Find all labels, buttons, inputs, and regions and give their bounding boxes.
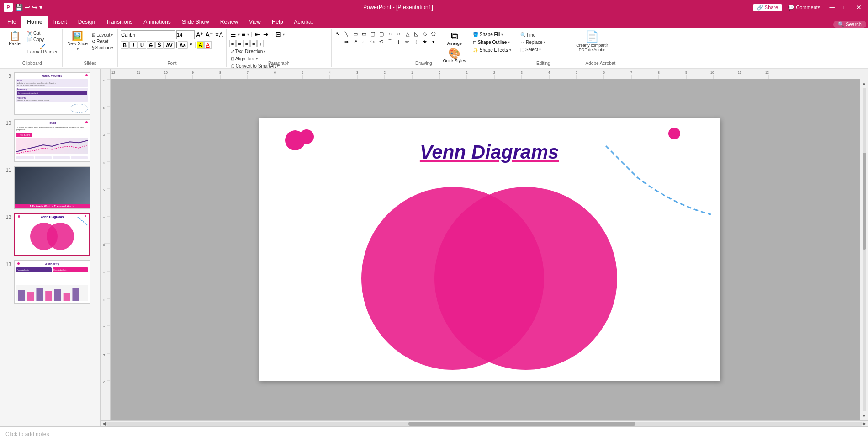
shape-freeform[interactable]: ✏	[404, 38, 411, 45]
replace-button[interactable]: ↔ Replace ▾	[519, 39, 547, 45]
shape-arrow1[interactable]: →	[334, 38, 342, 45]
shape-effects-btn[interactable]: ✨ Shape Effects ▾	[471, 47, 513, 53]
shape-cursor[interactable]: ↖	[334, 30, 342, 37]
shape-more[interactable]: ▾	[430, 38, 437, 45]
slide-thumb-13[interactable]: 13 Authority Page Authority Domain Autho…	[2, 259, 98, 304]
shape-outline-btn[interactable]: ◻ Shape Outline ▾	[471, 39, 513, 46]
tab-insert[interactable]: Insert	[48, 16, 73, 28]
shape-pentagon[interactable]: ⬠	[430, 30, 437, 37]
justify-btn[interactable]: ≡	[250, 40, 257, 47]
font-size-increase-aa[interactable]: Aa	[178, 41, 188, 49]
line-spacing-btn[interactable]: ↕	[257, 40, 264, 47]
font-name-input[interactable]	[121, 30, 175, 39]
shape-triangle[interactable]: △	[404, 30, 411, 37]
bold-btn[interactable]: B	[121, 41, 129, 49]
arrange-button[interactable]: ⧉ Arrange	[442, 30, 467, 47]
shape-round-rect[interactable]: ▢	[369, 30, 376, 37]
close-btn[interactable]: ✕	[853, 4, 864, 11]
slide-thumb-11[interactable]: 11 A Picture is Worth a Thousand Words	[2, 165, 98, 210]
shape-process[interactable]: ↔	[360, 38, 368, 45]
tab-transitions[interactable]: Transitions	[101, 16, 138, 28]
select-button[interactable]: ⬚ Select ▾	[519, 47, 547, 53]
copy-button[interactable]: 📄Copy	[26, 37, 59, 43]
bullets-dd-btn[interactable]: ▾	[238, 32, 240, 37]
increase-indent-btn[interactable]: ⇥	[262, 30, 270, 38]
text-highlight-btn[interactable]: A	[197, 41, 204, 49]
scroll-right-btn[interactable]: ▶	[863, 421, 866, 426]
shape-rect[interactable]: ▭	[352, 30, 359, 37]
col-btn[interactable]: ⊟	[275, 30, 282, 38]
char-spacing-btn[interactable]: AV	[164, 41, 174, 49]
shape-round-rect2[interactable]: ▢	[378, 30, 385, 37]
tab-view[interactable]: View	[243, 16, 266, 28]
font-shrink-btn[interactable]: A⁻	[205, 31, 213, 39]
tab-help[interactable]: Help	[266, 16, 289, 28]
shape-fill-btn[interactable]: 🪣 Shape Fill ▾	[471, 31, 513, 38]
font-color-btn[interactable]: A	[204, 41, 211, 49]
tab-acrobat[interactable]: Acrobat	[289, 16, 318, 28]
paste-button[interactable]: 📋 Paste	[5, 30, 25, 47]
shape-uturn[interactable]: ⟲	[378, 38, 385, 45]
underline-btn[interactable]: U	[138, 41, 146, 49]
strikethrough-btn[interactable]: S	[147, 41, 155, 49]
shape-line[interactable]: ╲	[343, 30, 350, 37]
tab-home[interactable]: Home	[21, 16, 48, 28]
font-size-dd-btn[interactable]: ▾	[188, 41, 194, 49]
shape-bend-arrow[interactable]: ↪	[369, 38, 376, 45]
notes-placeholder[interactable]: Click to add notes	[5, 431, 49, 437]
slide-thumb-10[interactable]: 10 Trust To modify this graph, either a)…	[2, 118, 98, 163]
scroll-bottom-btn[interactable]: ▼	[862, 413, 867, 418]
shape-arc[interactable]: ⌒	[386, 38, 394, 45]
layout-button[interactable]: ⊞Layout▾	[90, 32, 115, 38]
text-direction-btn[interactable]: ⤢ Text Direction ▾	[229, 48, 267, 54]
numbering-btn[interactable]: ≡	[241, 30, 246, 38]
qat-undo[interactable]: ↩	[24, 3, 31, 11]
create-pdf-button[interactable]: 📄 Crear y compartir PDF de Adobe	[574, 30, 610, 53]
shape-rect2[interactable]: ▭	[360, 30, 368, 37]
font-grow-btn[interactable]: A⁺	[196, 31, 204, 39]
bullets-btn[interactable]: ☰	[229, 30, 237, 38]
qat-save[interactable]: 💾	[15, 3, 23, 11]
tab-design[interactable]: Design	[73, 16, 101, 28]
clear-format-btn[interactable]: ✕A	[214, 31, 223, 38]
slide-title[interactable]: Venn Diagrams	[420, 141, 559, 163]
cut-button[interactable]: ✂️Cut	[26, 30, 59, 36]
shape-oval[interactable]: ○	[386, 30, 394, 37]
find-button[interactable]: 🔍 Find	[519, 32, 547, 38]
format-painter-button[interactable]: 🖌️Format Painter	[26, 43, 59, 55]
slide-thumb-9[interactable]: 9 Rank Factors Trust Velocity is the exp…	[2, 71, 98, 116]
shape-oval2[interactable]: ○	[395, 30, 402, 37]
reset-button[interactable]: ↺Reset	[90, 38, 115, 44]
italic-btn[interactable]: I	[129, 41, 138, 49]
slide-thumb-12[interactable]: 12 Venn Diagrams	[2, 212, 98, 257]
shape-brace[interactable]: {	[413, 38, 420, 45]
qat-customize[interactable]: ▾	[39, 3, 43, 11]
decrease-indent-btn[interactable]: ⇤	[254, 30, 261, 38]
scroll-left-btn[interactable]: ◀	[102, 421, 106, 426]
h-scroll-track[interactable]	[106, 422, 863, 426]
align-right-btn[interactable]: ≡	[243, 40, 250, 47]
font-size-input[interactable]	[176, 30, 195, 39]
comments-btn[interactable]: 💬 Comments	[785, 4, 823, 11]
notes-bar[interactable]: Click to add notes	[0, 426, 868, 437]
shape-arrow2[interactable]: ⇒	[343, 38, 350, 45]
shape-curve[interactable]: ∫	[395, 38, 402, 45]
canvas-area[interactable]: Venn Diagrams ▲	[111, 79, 868, 420]
tab-animations[interactable]: Animations	[138, 16, 176, 28]
shape-arrow3[interactable]: ↗	[352, 38, 359, 45]
scroll-top-btn[interactable]: ▲	[862, 81, 867, 86]
section-button[interactable]: §Section▾	[90, 45, 115, 51]
col-dd-btn[interactable]: ▾	[283, 32, 285, 37]
share-btn[interactable]: 🔗 Share	[753, 4, 782, 11]
qat-redo[interactable]: ↪	[32, 3, 38, 11]
shape-rt-triangle[interactable]: ◺	[413, 30, 420, 37]
tab-slideshow[interactable]: Slide Show	[176, 16, 215, 28]
tab-review[interactable]: Review	[215, 16, 243, 28]
search-bar[interactable]: 🔍 Search	[833, 21, 866, 28]
new-slide-button[interactable]: 🖼️ New Slide ▾	[65, 30, 90, 52]
minimize-btn[interactable]: ─	[826, 3, 837, 11]
tab-file[interactable]: File	[2, 16, 21, 28]
align-center-btn[interactable]: ≡	[236, 40, 243, 47]
h-scroll-thumb[interactable]	[408, 422, 635, 426]
shape-diamond[interactable]: ◇	[421, 30, 429, 37]
